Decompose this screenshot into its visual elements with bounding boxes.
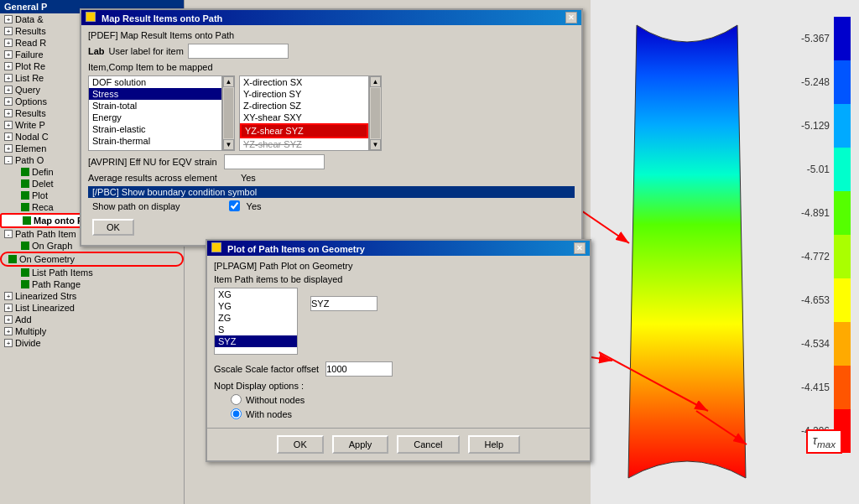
dialog-map-ok-button[interactable]: OK bbox=[92, 219, 134, 236]
expand-icon[interactable]: + bbox=[4, 144, 13, 153]
colorbar-item-8: -4.415 bbox=[788, 366, 851, 409]
expand-icon[interactable]: + bbox=[4, 50, 13, 59]
listbox-item-stress[interactable]: Stress bbox=[89, 88, 221, 100]
sidebar-item-list-linear[interactable]: + List Linearized bbox=[0, 302, 184, 314]
expand-icon[interactable]: + bbox=[4, 315, 13, 324]
listbox-item-sy[interactable]: Y-direction SY bbox=[240, 88, 368, 100]
plot-listbox-xg[interactable]: XG bbox=[215, 288, 297, 300]
expand-icon[interactable]: + bbox=[4, 292, 13, 300]
sidebar-item-path-range[interactable]: Path Range bbox=[0, 278, 184, 290]
expand-icon[interactable]: + bbox=[4, 339, 13, 347]
avprin-label: [AVPRIN] Eff NU for EQV strain bbox=[88, 157, 217, 167]
colorbar-swatch-7 bbox=[834, 322, 851, 366]
listbox-item-syz-selected[interactable]: YZ-shear SYZ bbox=[240, 123, 368, 138]
colorbar-swatch-4 bbox=[834, 191, 851, 235]
expand-icon[interactable]: + bbox=[4, 121, 13, 129]
show-path-row: Show path on display Yes bbox=[88, 200, 575, 211]
colorbar: -5.367 -5.248 -5.129 -5.01 -4.891 -4.772… bbox=[788, 17, 851, 453]
plot-ok-button[interactable]: OK bbox=[277, 435, 324, 454]
sidebar-item-on-geometry[interactable]: On Geometry bbox=[0, 252, 184, 267]
scrollbar-up[interactable]: ▲ bbox=[223, 76, 234, 87]
listbox-item-strain-total[interactable]: Strain-total bbox=[89, 100, 221, 112]
listbox-item-strain-thermal[interactable]: Strain-thermal bbox=[89, 135, 221, 147]
dialog-map-close-button[interactable]: ✕ bbox=[565, 12, 577, 23]
radio-with-nodes-input[interactable] bbox=[231, 408, 242, 419]
sidebar-item-linearized[interactable]: + Linearized Strs bbox=[0, 290, 184, 302]
expand-icon[interactable]: + bbox=[4, 15, 13, 23]
lab-label: Lab bbox=[88, 46, 105, 56]
radio-without-nodes[interactable]: Without nodes bbox=[231, 394, 583, 405]
expand-icon[interactable]: - bbox=[4, 156, 13, 164]
listbox-item-sz[interactable]: Z-direction SZ bbox=[240, 100, 368, 112]
tree-icon bbox=[21, 191, 29, 200]
gscale-label: Gscale Scale factor offset bbox=[214, 364, 319, 374]
sidebar-item-add[interactable]: + Add bbox=[0, 314, 184, 325]
tree-icon bbox=[21, 179, 29, 188]
plot-help-button[interactable]: Help bbox=[468, 435, 521, 454]
shape-viz-container bbox=[603, 17, 771, 486]
colorbar-value-4: -4.891 bbox=[788, 207, 830, 219]
listbox-item-energy[interactable]: Energy bbox=[89, 112, 221, 123]
item-comp-label: Item,Comp Item to be mapped bbox=[88, 62, 575, 72]
scrollbar2-thumb[interactable] bbox=[371, 88, 380, 138]
colorbar-value-1: -5.248 bbox=[788, 76, 830, 88]
colorbar-swatch-0 bbox=[834, 17, 851, 60]
colorbar-item-4: -4.891 bbox=[788, 191, 851, 235]
listbox-container: DOF solution Stress Strain-total Energy … bbox=[88, 75, 575, 151]
sidebar-item-multiply[interactable]: + Multiply bbox=[0, 325, 184, 337]
expand-icon[interactable]: - bbox=[4, 230, 13, 238]
listbox-item-dof[interactable]: DOF solution bbox=[89, 76, 221, 88]
radio-without-nodes-input[interactable] bbox=[231, 394, 242, 405]
plot-listbox-syz[interactable]: SYZ bbox=[215, 335, 297, 347]
scrollbar2-up[interactable]: ▲ bbox=[370, 76, 381, 87]
dialog-plot-body: [PLPAGM] Path Plot on Geometry Item Path… bbox=[207, 256, 590, 428]
expand-icon[interactable]: + bbox=[4, 74, 13, 82]
expand-icon[interactable]: + bbox=[4, 109, 13, 117]
listbox2-scrollbar[interactable]: ▲ ▼ bbox=[369, 75, 382, 151]
expand-icon[interactable]: + bbox=[4, 132, 13, 141]
sidebar-item-divide[interactable]: + Divide bbox=[0, 337, 184, 349]
lab-desc: User label for item bbox=[109, 46, 184, 56]
expand-icon[interactable]: + bbox=[4, 327, 13, 335]
plot-cancel-button[interactable]: Cancel bbox=[397, 435, 459, 454]
visualization-area: -5.367 -5.248 -5.129 -5.01 -4.891 -4.772… bbox=[591, 0, 859, 504]
expand-icon[interactable]: + bbox=[4, 304, 13, 312]
listbox-item-sx[interactable]: X-direction SX bbox=[240, 76, 368, 88]
listbox-item-strain-elastic[interactable]: Strain-elastic bbox=[89, 123, 221, 135]
expand-icon[interactable]: + bbox=[4, 86, 13, 94]
scrollbar-thumb[interactable] bbox=[224, 88, 233, 138]
colorbar-item-5: -4.772 bbox=[788, 235, 851, 278]
plot-apply-button[interactable]: Apply bbox=[332, 435, 389, 454]
gscale-input[interactable] bbox=[325, 361, 393, 377]
plot-listbox-yg[interactable]: YG bbox=[215, 300, 297, 312]
colorbar-value-0: -5.367 bbox=[788, 33, 830, 44]
listbox-item-sxy[interactable]: XY-shear SXY bbox=[240, 112, 368, 123]
tree-icon bbox=[21, 168, 29, 176]
plot-listbox[interactable]: XG YG ZG S SYZ bbox=[214, 288, 298, 355]
colorbar-item-6: -4.653 bbox=[788, 278, 851, 322]
colorbar-value-3: -5.01 bbox=[788, 164, 830, 175]
scrollbar2-down[interactable]: ▼ bbox=[370, 139, 381, 150]
scrollbar-down[interactable]: ▼ bbox=[223, 139, 234, 150]
item-value-input[interactable] bbox=[310, 296, 377, 311]
colorbar-value-2: -5.129 bbox=[788, 120, 830, 132]
avprin-input[interactable] bbox=[224, 154, 325, 169]
nopt-label: Nopt Display options : bbox=[214, 381, 583, 391]
avg-value: Yes bbox=[241, 173, 256, 183]
expand-icon[interactable]: + bbox=[4, 62, 13, 70]
listbox1-scrollbar[interactable]: ▲ ▼ bbox=[222, 75, 235, 151]
lab-input[interactable] bbox=[188, 44, 289, 59]
plot-listbox-s[interactable]: S bbox=[215, 324, 297, 335]
shape-svg bbox=[603, 17, 771, 486]
listbox-item-type[interactable]: DOF solution Stress Strain-total Energy … bbox=[88, 75, 222, 151]
radio-with-nodes[interactable]: With nodes bbox=[231, 408, 583, 419]
sidebar-item-list-path[interactable]: List Path Items bbox=[0, 267, 184, 278]
expand-icon[interactable]: + bbox=[4, 27, 13, 35]
expand-icon[interactable]: + bbox=[4, 97, 13, 106]
expand-icon[interactable]: + bbox=[4, 39, 13, 47]
plot-listbox-zg[interactable]: ZG bbox=[215, 312, 297, 324]
show-path-checkbox[interactable] bbox=[229, 200, 240, 211]
listbox-item-syz2[interactable]: YZ-shear SYZ bbox=[240, 138, 368, 150]
listbox-component[interactable]: X-direction SX Y-direction SY Z-directio… bbox=[239, 75, 369, 151]
dialog-plot-close-button[interactable]: ✕ bbox=[574, 242, 586, 254]
